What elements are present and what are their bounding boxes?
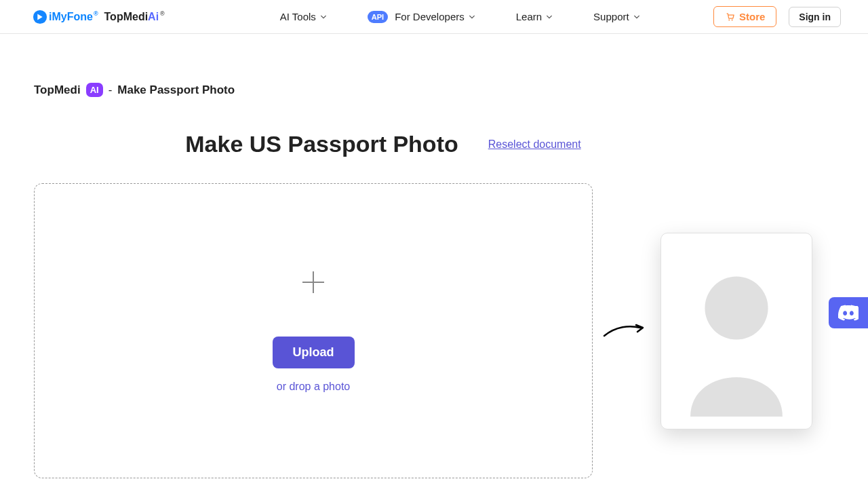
nav-learn[interactable]: Learn: [516, 11, 553, 22]
signin-label: Sign in: [799, 12, 831, 22]
logo-group[interactable]: iMyFone ® TopMediAi ®: [33, 9, 163, 24]
cart-icon: [725, 12, 735, 22]
breadcrumb: TopMedi AI - Make Passport Photo: [34, 83, 834, 97]
topmediai-logo-text: TopMediAi ®: [104, 11, 163, 23]
person-silhouette-icon: [671, 243, 802, 419]
chevron-down-icon: [320, 14, 327, 20]
nav-label: Learn: [516, 11, 542, 22]
svg-point-2: [732, 20, 733, 21]
reg-mark: ®: [160, 10, 165, 17]
discord-button[interactable]: [829, 297, 868, 328]
upload-button[interactable]: Upload: [273, 337, 355, 368]
imyfone-logo: iMyFone ®: [33, 9, 98, 24]
header-right: Store Sign in: [713, 6, 841, 27]
nav-for-developers[interactable]: API For Developers: [368, 11, 475, 23]
api-badge: API: [368, 11, 388, 23]
nav-ai-tools[interactable]: AI Tools: [280, 11, 327, 22]
signin-button[interactable]: Sign in: [789, 7, 841, 27]
svg-point-6: [705, 276, 768, 339]
upload-dropzone[interactable]: Upload or drop a photo: [34, 183, 593, 478]
imyfone-text: iMyFone: [49, 11, 93, 23]
nav-label: AI Tools: [280, 11, 316, 22]
reselect-document-link[interactable]: Reselect document: [488, 138, 581, 151]
breadcrumb-brand: TopMedi: [34, 83, 81, 97]
plus-icon: [300, 269, 327, 296]
work-row: Upload or drop a photo: [34, 183, 834, 478]
main-content: TopMedi AI - Make Passport Photo Make US…: [0, 34, 868, 478]
breadcrumb-page: Make Passport Photo: [117, 83, 235, 97]
chevron-down-icon: [633, 14, 640, 20]
arrow-icon: [602, 320, 647, 343]
nav-label: Support: [593, 11, 629, 22]
nav-label: For Developers: [395, 11, 465, 22]
chevron-down-icon: [469, 14, 475, 20]
store-button[interactable]: Store: [713, 6, 776, 27]
main-header: iMyFone ® TopMediAi ® AI Tools API For D…: [0, 0, 868, 34]
page-title: Make US Passport Photo: [185, 131, 458, 157]
ai-badge-icon: AI: [86, 83, 103, 97]
imyfone-logo-icon: [33, 9, 47, 24]
title-row: Make US Passport Photo Reselect document: [0, 131, 834, 157]
breadcrumb-separator: -: [108, 83, 113, 97]
reg-mark: ®: [94, 10, 98, 17]
passport-preview-card: [660, 233, 812, 429]
main-nav: AI Tools API For Developers Learn Suppor…: [280, 11, 640, 23]
drop-hint-text: or drop a photo: [277, 381, 351, 393]
discord-icon: [838, 305, 859, 321]
svg-point-1: [728, 20, 730, 21]
nav-support[interactable]: Support: [593, 11, 640, 22]
store-label: Store: [739, 11, 765, 22]
chevron-down-icon: [546, 14, 553, 20]
